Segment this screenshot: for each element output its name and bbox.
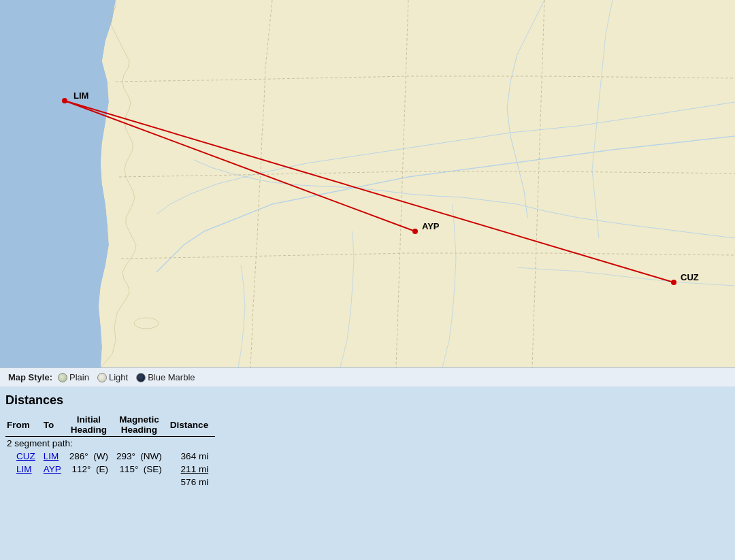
distances-table: From To InitialHeading MagneticHeading D… [5, 413, 215, 489]
map-svg: LIM AYP CUZ [0, 0, 735, 367]
segment-path-label: 2 segment path: [5, 437, 215, 450]
map-style-plain[interactable]: Plain [58, 372, 89, 382]
col-header-initial: InitialHeading [68, 413, 115, 437]
col-header-magnetic: MagneticHeading [115, 413, 169, 437]
col-header-to: To [42, 413, 68, 437]
blue-globe-icon [136, 373, 146, 382]
plain-label: Plain [69, 372, 89, 382]
initial-heading-1: 286° (W) [68, 450, 115, 463]
table-header-row: From To InitialHeading MagneticHeading D… [5, 413, 215, 437]
segment-path-row: 2 segment path: [5, 437, 215, 450]
lim-link-2[interactable]: LIM [16, 464, 32, 474]
distances-title: Distances [5, 393, 727, 408]
total-spacer [5, 476, 169, 489]
from-airport-cuz: CUZ [5, 450, 42, 463]
svg-text:CUZ: CUZ [681, 272, 699, 282]
svg-point-6 [412, 229, 418, 234]
light-label: Light [109, 372, 128, 382]
svg-point-8 [671, 280, 676, 285]
svg-point-1 [134, 318, 159, 329]
cuz-link[interactable]: CUZ [16, 451, 35, 461]
svg-text:AYP: AYP [422, 221, 440, 231]
map-style-bar: Map Style: Plain Light Blue Marble [0, 367, 735, 386]
distance-2: 211 mi [169, 463, 215, 476]
lim-link-1[interactable]: LIM [44, 451, 59, 461]
svg-text:LIM: LIM [74, 90, 88, 101]
total-distance: 576 mi [169, 476, 215, 489]
col-header-from: From [5, 413, 42, 437]
blue-marble-label: Blue Marble [148, 372, 195, 382]
initial-heading-2: 112° (E) [68, 463, 115, 476]
map-style-light[interactable]: Light [97, 372, 128, 382]
ayp-link[interactable]: AYP [44, 464, 61, 474]
distances-section: Distances From To InitialHeading Magneti… [0, 386, 735, 497]
magnetic-heading-2: 115° (SE) [115, 463, 169, 476]
light-globe-icon [97, 373, 107, 382]
distance-1: 364 mi [169, 450, 215, 463]
from-airport-lim: LIM [5, 463, 42, 476]
map-style-blue-marble[interactable]: Blue Marble [136, 372, 195, 382]
table-row: CUZ LIM 286° (W) 293° (NW) 364 mi [5, 450, 215, 463]
map-style-label: Map Style: [8, 372, 52, 382]
table-row: LIM AYP 112° (E) 115° (SE) 211 mi [5, 463, 215, 476]
map-container: LIM AYP CUZ [0, 0, 735, 367]
total-row: 576 mi [5, 476, 215, 489]
plain-globe-icon [58, 373, 67, 382]
magnetic-heading-1: 293° (NW) [115, 450, 169, 463]
to-airport-lim: LIM [42, 450, 68, 463]
col-header-distance: Distance [169, 413, 215, 437]
to-airport-ayp: AYP [42, 463, 68, 476]
svg-point-4 [62, 98, 67, 103]
